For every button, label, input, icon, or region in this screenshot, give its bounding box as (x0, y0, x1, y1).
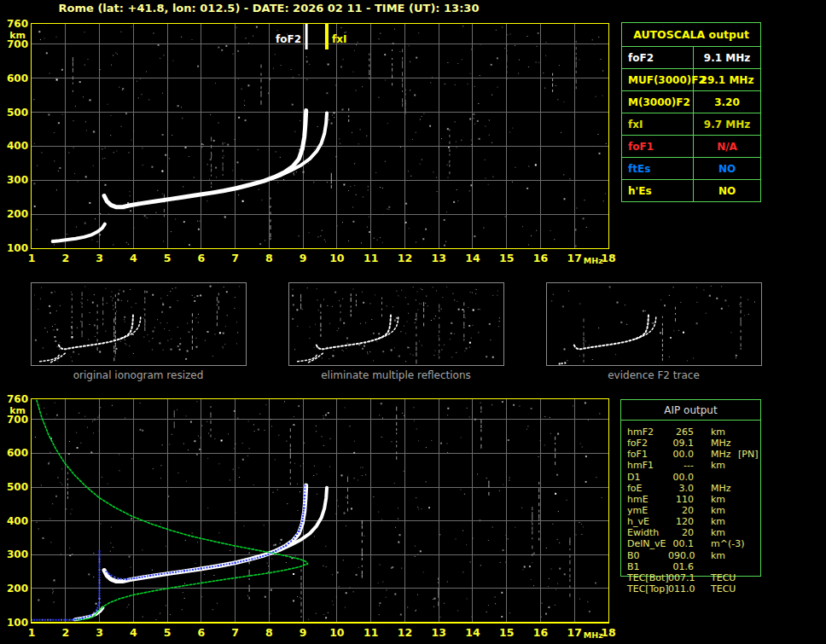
aip-row-label: hmE (627, 494, 668, 505)
x-axis-unit: MHz (584, 630, 603, 640)
x-tick-label: 9 (300, 252, 307, 264)
x-tick-label: 8 (265, 252, 273, 264)
aip-output-panel: AIP output hmF2265kmfoF209.1MHzfoF100.0M… (620, 399, 761, 577)
autoscala-output-panel: AUTOSCALA output foF29.1 MHzMUF(3000)F22… (621, 22, 761, 202)
x-tick-label: 14 (465, 252, 480, 264)
aip-row-unit: km (711, 527, 733, 538)
x-tick-label: 8 (265, 626, 273, 639)
autoscala-rows: foF29.1 MHzMUF(3000)F229.1 MHzM(3000)F23… (622, 47, 760, 201)
thumbnail-ionogram-1 (289, 283, 504, 366)
x-tick-label: 3 (96, 626, 103, 639)
autoscala-row-label: M(3000)F2 (622, 91, 694, 113)
y-tick-label: 600 (7, 447, 28, 459)
y-tick-label: 400 (7, 515, 28, 527)
x-tick-label: 12 (398, 252, 412, 264)
x-tick-label: 12 (398, 626, 412, 639)
autoscala-row-value: 9.1 MHz (694, 52, 760, 64)
x-tick-label: 4 (130, 626, 137, 639)
aip-row-unit: TECU (711, 572, 736, 583)
aip-row-value: 007.1 (668, 572, 694, 583)
x-tick-label: 13 (431, 252, 445, 264)
x-tick-label: 7 (231, 626, 239, 639)
y-tick-label: 600 (7, 73, 28, 84)
aip-row-value: 265 (668, 426, 694, 438)
autoscala-row: fxI9.7 MHz (622, 113, 760, 136)
x-tick-label: 17 (567, 626, 582, 639)
x-tick-label: 15 (499, 626, 514, 639)
x-tick-label: 10 (329, 626, 345, 639)
aip-row-label: foE (627, 483, 668, 494)
aip-row-label: TEC[Bot] (627, 572, 668, 583)
aip-row-unit: km (711, 426, 733, 438)
aip-row: TEC[Bot]007.1TECU (621, 572, 760, 583)
y-tick-label: 500 (7, 481, 28, 493)
aip-row-unit: TECU (711, 583, 736, 595)
aip-row-extra: [PN] (738, 449, 758, 460)
aip-row-value: 090.0 (668, 550, 694, 561)
autoscala-row: MUF(3000)F229.1 MHz (622, 69, 760, 91)
thumbnail-ionogram-2 (547, 283, 762, 366)
x-tick-label: 10 (329, 252, 345, 264)
aip-row-unit: MHz (711, 438, 733, 449)
x-tick-label: 7 (231, 252, 239, 264)
autoscala-row-value: 9.7 MHz (694, 119, 760, 131)
aip-row-label: TEC[Top] (627, 583, 668, 595)
y-tick-label: 200 (7, 583, 28, 595)
aip-row-unit: km (711, 494, 733, 505)
autoscala-row: foF1N/A (622, 136, 760, 158)
y-tick-label: 100 (7, 242, 28, 254)
aip-row-value: 09.1 (668, 438, 694, 449)
aip-row-unit: MHz (711, 449, 733, 460)
aip-rows: hmF2265kmfoF209.1MHzfoF100.0MHz[PN]hmF1-… (621, 426, 760, 595)
aip-row-label: ymE (627, 505, 668, 516)
autoscala-row-value: 29.1 MHz (694, 74, 760, 86)
aip-row-value: 120 (668, 516, 694, 527)
aip-row-unit: km (711, 460, 733, 471)
x-tick-label: 3 (96, 252, 103, 264)
aip-row: Ewidth20km (621, 527, 760, 538)
aip-row: h_vE120km (621, 516, 760, 527)
autoscala-row: h'EsNO (622, 180, 760, 201)
thumbnail-caption-original: original ionogram resized (31, 369, 246, 381)
aip-row-value: 110 (668, 494, 694, 505)
autoscala-window: foF2fxI760700600500400300200100km1234567… (0, 0, 826, 644)
thumbnail-caption-f2trace: evidence F2 trace (546, 369, 761, 381)
autoscala-header: AUTOSCALA output (622, 23, 760, 47)
aip-row-unit: km (711, 550, 733, 561)
x-tick-label: 2 (61, 626, 69, 639)
aip-row-label: hmF1 (627, 460, 668, 471)
autoscala-row-label: foF1 (622, 136, 694, 157)
x-tick-label: 18 (601, 626, 615, 639)
marker-label-foF2: foF2 (276, 33, 301, 45)
aip-row-label: DelN_vE (627, 538, 668, 549)
aip-row: foF100.0MHz[PN] (621, 449, 760, 460)
x-tick-label: 16 (533, 626, 549, 639)
thumbnail-caption-reflections: eliminate multiple reflections (288, 369, 503, 381)
aip-row-unit (711, 561, 733, 572)
x-axis-unit: MHz (584, 256, 603, 265)
aip-row-unit: m^(-3) (711, 538, 744, 549)
aip-row-value: 20 (668, 527, 694, 538)
x-tick-label: 9 (300, 626, 307, 639)
x-tick-label: 1 (28, 626, 36, 639)
aip-row: foE3.0MHz (621, 483, 760, 494)
x-tick-label: 14 (465, 626, 480, 639)
aip-row: TEC[Top]011.0TECU (621, 583, 760, 595)
x-tick-label: 1 (28, 252, 36, 264)
autoscala-row-value: 3.20 (694, 96, 760, 108)
autoscala-row-value: NO (694, 163, 760, 175)
aip-header: AIP output (621, 400, 760, 421)
aip-row: B101.6 (621, 561, 760, 572)
x-tick-label: 16 (533, 252, 549, 264)
autoscala-row-label: fxI (622, 113, 694, 135)
aip-row-label: Ewidth (627, 527, 668, 538)
y-tick-label: 200 (7, 208, 28, 220)
x-tick-label: 13 (431, 626, 445, 639)
x-tick-label: 17 (567, 252, 582, 264)
x-tick-label: 11 (364, 252, 378, 264)
thumbnail-ionogram-0 (32, 283, 247, 366)
marker-label-fxI: fxI (332, 33, 346, 45)
y-tick-label: 760 (7, 393, 28, 405)
x-tick-label: 2 (61, 252, 69, 264)
aip-row-value: 00.0 (668, 472, 694, 483)
